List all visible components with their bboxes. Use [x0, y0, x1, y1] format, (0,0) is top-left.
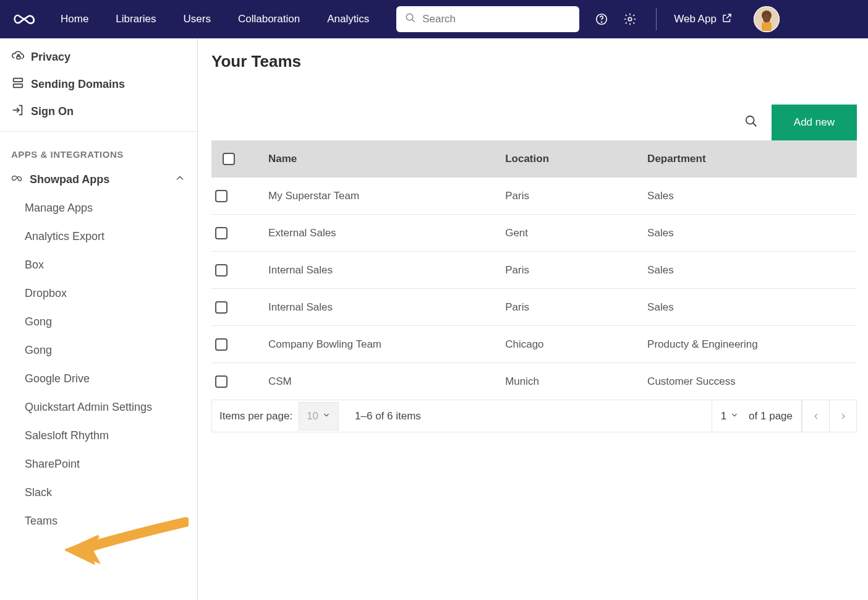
- svg-rect-12: [14, 84, 23, 87]
- sidebar-group-label: Showpad Apps: [30, 173, 109, 186]
- row-checkbox[interactable]: [215, 190, 228, 202]
- sidebar-sub-sharepoint[interactable]: SharePoint: [0, 450, 197, 478]
- next-page-button[interactable]: [829, 400, 856, 432]
- sidebar-sub-dropbox[interactable]: Dropbox: [0, 279, 197, 307]
- row-checkbox[interactable]: [215, 264, 228, 276]
- table-row[interactable]: Company Bowling TeamChicagoProducty & En…: [211, 326, 857, 363]
- select-all-checkbox[interactable]: [223, 153, 235, 165]
- svg-line-1: [412, 19, 415, 22]
- divider: [0, 131, 197, 132]
- server-icon: [11, 76, 25, 93]
- nav-users[interactable]: Users: [170, 0, 224, 38]
- main-content: Your Teams Add new Name Location Departm…: [198, 38, 868, 600]
- settings-icon[interactable]: [621, 11, 639, 28]
- nav-home[interactable]: Home: [47, 0, 102, 38]
- cloud-lock-icon: [11, 49, 25, 66]
- range-label: 1–6 of 6 items: [355, 410, 421, 422]
- nav-right: Web App: [593, 6, 780, 32]
- search-box[interactable]: [396, 6, 579, 32]
- cell-location: Paris: [501, 301, 644, 314]
- items-per-page-label: Items per page:: [219, 410, 292, 422]
- svg-rect-11: [14, 78, 23, 82]
- table-header: Name Location Department: [211, 140, 857, 178]
- sidebar-sub-quickstart-admin-settings[interactable]: Quickstart Admin Settings: [0, 393, 197, 421]
- svg-rect-10: [17, 56, 20, 59]
- sidebar-item-sign-on[interactable]: Sign On: [0, 98, 197, 125]
- of-pages-label: of 1 page: [749, 410, 793, 422]
- avatar[interactable]: [754, 6, 780, 32]
- row-checkbox[interactable]: [215, 227, 228, 239]
- nav-links: Home Libraries Users Collaboration Analy…: [47, 0, 383, 38]
- sidebar-sub-slack[interactable]: Slack: [0, 478, 197, 507]
- items-per-page-select[interactable]: 10: [299, 402, 339, 431]
- table-row[interactable]: CSMMunichCustomer Success: [211, 363, 857, 400]
- sidebar-sub-google-drive[interactable]: Google Drive: [0, 364, 197, 393]
- help-icon[interactable]: [593, 11, 610, 28]
- chevron-up-icon: [174, 172, 186, 187]
- sidebar-sub-gong-2[interactable]: Gong: [0, 336, 197, 364]
- web-app-label: Web App: [674, 13, 717, 25]
- cell-department: Producty & Engineering: [644, 338, 857, 351]
- cell-department: Customer Success: [644, 375, 857, 388]
- svg-point-0: [406, 14, 413, 20]
- nav-collaboration[interactable]: Collaboration: [224, 0, 313, 38]
- nav-analytics[interactable]: Analytics: [313, 0, 383, 38]
- cell-location: Paris: [501, 264, 644, 276]
- sidebar-sub-salesloft-rhythm[interactable]: Salesloft Rhythm: [0, 421, 197, 450]
- sidebar-item-privacy[interactable]: Privacy: [0, 43, 197, 71]
- sidebar-sub-analytics-export[interactable]: Analytics Export: [0, 222, 197, 251]
- items-per-page-value: 10: [307, 410, 318, 422]
- row-checkbox[interactable]: [215, 301, 228, 314]
- col-name[interactable]: Name: [265, 153, 501, 165]
- search-input[interactable]: [422, 13, 579, 25]
- pagination: Items per page: 10 1–6 of 6 items 1 of 1…: [211, 400, 857, 432]
- sidebar-group-showpad-apps[interactable]: Showpad Apps: [0, 165, 197, 194]
- external-link-icon: [721, 12, 733, 27]
- signin-icon: [11, 103, 25, 120]
- row-checkbox[interactable]: [215, 338, 228, 351]
- chevron-down-icon: [322, 410, 331, 422]
- cell-location: Chicago: [501, 338, 644, 351]
- infinity-icon: [11, 172, 23, 187]
- chevron-down-icon: [730, 410, 739, 422]
- sidebar-sub-manage-apps[interactable]: Manage Apps: [0, 194, 197, 222]
- cell-location: Paris: [501, 190, 644, 202]
- cell-department: Sales: [644, 190, 857, 202]
- svg-point-16: [746, 116, 754, 124]
- web-app-link[interactable]: Web App: [674, 12, 733, 27]
- sidebar-item-label: Sending Domains: [31, 78, 125, 91]
- col-department[interactable]: Department: [644, 153, 857, 165]
- svg-rect-9: [762, 22, 772, 31]
- table-row[interactable]: Internal SalesParisSales: [211, 289, 857, 326]
- table-row[interactable]: My Superstar TeamParisSales: [211, 178, 857, 215]
- row-checkbox[interactable]: [215, 375, 228, 388]
- cell-name: CSM: [265, 375, 501, 388]
- sidebar-sub-box[interactable]: Box: [0, 251, 197, 279]
- nav-libraries[interactable]: Libraries: [102, 0, 169, 38]
- svg-point-8: [763, 14, 770, 23]
- page-number-select[interactable]: 1 of 1 page: [712, 400, 802, 432]
- sidebar-item-sending-domains[interactable]: Sending Domains: [0, 71, 197, 98]
- cell-department: Sales: [644, 301, 857, 314]
- cell-department: Sales: [644, 264, 857, 276]
- col-location[interactable]: Location: [501, 153, 644, 165]
- cell-name: My Superstar Team: [265, 190, 501, 202]
- table-search-button[interactable]: [744, 114, 758, 131]
- search-icon: [396, 12, 422, 26]
- sidebar-heading: APPS & INTEGRATIONS: [0, 143, 197, 165]
- sidebar: Privacy Sending Domains Sign On APPS & I…: [0, 38, 198, 600]
- table-row[interactable]: External SalesGentSales: [211, 215, 857, 252]
- page-number-value: 1: [721, 410, 726, 422]
- prev-page-button[interactable]: [802, 400, 829, 432]
- sidebar-sub-gong[interactable]: Gong: [0, 307, 197, 336]
- cell-name: Internal Sales: [265, 301, 501, 314]
- divider: [656, 8, 657, 30]
- table-row[interactable]: Internal SalesParisSales: [211, 252, 857, 289]
- add-new-button[interactable]: Add new: [772, 105, 857, 140]
- teams-table: Name Location Department My Superstar Te…: [211, 140, 857, 432]
- cell-name: Internal Sales: [265, 264, 501, 276]
- svg-line-17: [753, 123, 757, 127]
- logo-icon: [12, 7, 36, 31]
- cell-name: Company Bowling Team: [265, 338, 501, 351]
- sidebar-sub-teams[interactable]: Teams: [0, 507, 197, 535]
